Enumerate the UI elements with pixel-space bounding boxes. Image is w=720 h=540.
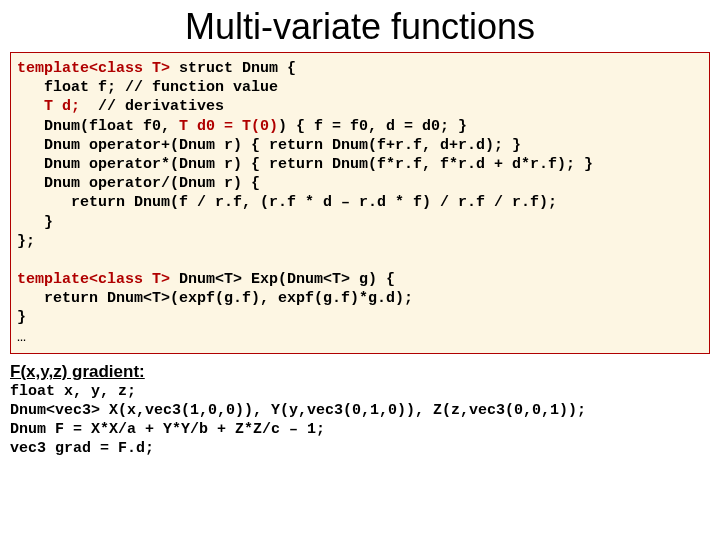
code-l6: Dnum operator*(Dnum r) { return Dnum(f*r…	[17, 156, 593, 173]
gradient-heading: F(x,y,z) gradient:	[10, 362, 710, 382]
code-l4c: ) { f = f0, d = d0; }	[278, 118, 467, 135]
code-l11b: Dnum<T> Exp(Dnum<T> g) {	[170, 271, 395, 288]
code-l3c: // derivatives	[80, 98, 224, 115]
code-block-main: template<class T> struct Dnum { float f;…	[10, 52, 710, 354]
grad-l2: Dnum<vec3> X(x,vec3(1,0,0)), Y(y,vec3(0,…	[10, 402, 586, 419]
slide-title: Multi-variate functions	[0, 0, 720, 52]
grad-l1: float x, y, z;	[10, 383, 136, 400]
code-l5: Dnum operator+(Dnum r) { return Dnum(f+r…	[17, 137, 521, 154]
grad-l3: Dnum F = X*X/a + Y*Y/b + Z*Z/c – 1;	[10, 421, 325, 438]
code-l4b: T d0 = T(0)	[179, 118, 278, 135]
code-l8: return Dnum(f / r.f, (r.f * d – r.d * f)…	[17, 194, 557, 211]
code-l3a	[17, 98, 44, 115]
code-l13: }	[17, 309, 26, 326]
code-l7: Dnum operator/(Dnum r) {	[17, 175, 260, 192]
code-l14: …	[17, 329, 26, 346]
code-l2: float f; // function value	[17, 79, 278, 96]
code-l4a: Dnum(float f0,	[17, 118, 179, 135]
grad-l4: vec3 grad = F.d;	[10, 440, 154, 457]
slide: Multi-variate functions template<class T…	[0, 0, 720, 540]
code-l10: };	[17, 233, 35, 250]
code-l9: }	[17, 214, 53, 231]
code-l1b: struct Dnum {	[170, 60, 296, 77]
code-block-gradient: float x, y, z; Dnum<vec3> X(x,vec3(1,0,0…	[10, 382, 710, 459]
code-l3b: T d;	[44, 98, 80, 115]
code-tmpl-decl: template<class T>	[17, 60, 170, 77]
code-l12: return Dnum<T>(expf(g.f), expf(g.f)*g.d)…	[17, 290, 413, 307]
code-l11a: template<class T>	[17, 271, 170, 288]
